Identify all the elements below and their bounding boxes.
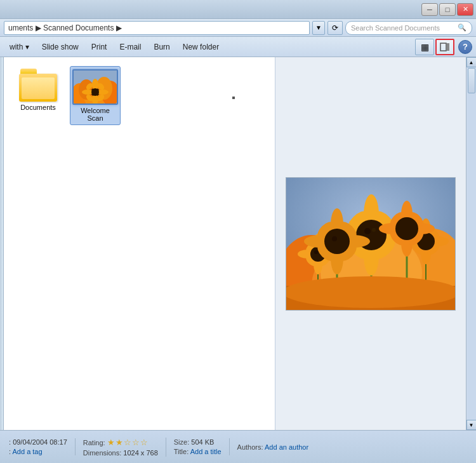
status-bar: : 09/04/2004 08:17 : Add a tag Rating: ★… <box>0 430 476 463</box>
svg-point-77 <box>395 217 418 240</box>
new-folder-button[interactable]: New folder <box>177 39 225 55</box>
list-item[interactable]: Documents <box>13 66 63 125</box>
preview-image <box>286 177 456 311</box>
list-item[interactable]: Welcome Scan <box>70 66 121 125</box>
file-grid: Documents <box>10 64 268 128</box>
authors-section: Authors: Add an author <box>230 443 317 451</box>
image-thumbnail <box>72 69 118 105</box>
tag-label: : Add a tag <box>9 448 67 455</box>
rating-label: Rating: ★★☆☆☆ <box>83 438 158 447</box>
organize-button[interactable]: with ▾ <box>4 39 35 55</box>
file-label: Welcome Scan <box>73 107 117 122</box>
minimize-button[interactable]: ─ <box>421 3 438 16</box>
view-options-button[interactable]: ▦ <box>415 39 434 55</box>
authors-label: Authors: Add an author <box>237 443 309 451</box>
burn-button[interactable]: Burn <box>148 39 175 55</box>
svg-point-67 <box>324 229 350 254</box>
preview-svg <box>286 178 456 311</box>
svg-point-38 <box>314 250 318 254</box>
slideshow-button[interactable]: Slide show <box>36 39 84 55</box>
preview-pane-icon <box>440 42 450 52</box>
size-label: Size: 504 KB <box>174 438 221 446</box>
folder-icon <box>19 69 57 102</box>
email-button[interactable]: E-mail <box>114 39 147 55</box>
scroll-track[interactable] <box>467 67 476 420</box>
scroll-thumb[interactable] <box>468 68 475 93</box>
toolbar: with ▾ Slide show Print E-mail Burn New … <box>0 37 476 57</box>
size-section: Size: 504 KB Title: Add a title <box>166 438 230 455</box>
file-panel: Documents <box>4 57 275 430</box>
address-dropdown[interactable]: ▼ <box>312 21 325 35</box>
window-controls: ─ □ ✕ <box>421 3 473 16</box>
svg-rect-1 <box>447 43 449 51</box>
thumbnail-image <box>74 70 117 104</box>
date-section: : 09/04/2004 08:17 : Add a tag <box>6 438 76 455</box>
preview-pane-button[interactable] <box>435 39 454 55</box>
date-label: : 09/04/2004 08:17 <box>9 438 67 446</box>
search-placeholder: Search Scanned Documents <box>351 24 455 32</box>
rating-section: Rating: ★★☆☆☆ Dimensions: 1024 x 768 <box>76 438 166 457</box>
path-text: uments ▶ Scanned Documents ▶ <box>8 23 122 32</box>
svg-point-68 <box>332 236 337 241</box>
scroll-up-button[interactable]: ▲ <box>466 57 477 67</box>
svg-point-17 <box>91 88 99 96</box>
print-button[interactable]: Print <box>86 39 113 55</box>
file-label: Documents <box>20 104 56 111</box>
address-bar: uments ▶ Scanned Documents ▶ ▼ ⟳ Search … <box>0 19 476 37</box>
title-label: Title: Add a title <box>174 448 221 455</box>
title-bar: ─ □ ✕ <box>0 0 476 19</box>
refresh-button[interactable]: ⟳ <box>327 21 343 35</box>
svg-point-79 <box>286 276 456 308</box>
help-button[interactable]: ? <box>458 40 472 54</box>
svg-point-58 <box>372 228 376 232</box>
address-path[interactable]: uments ▶ Scanned Documents ▶ <box>4 21 310 35</box>
maximize-button[interactable]: □ <box>439 3 456 16</box>
search-icon: 🔍 <box>458 23 466 32</box>
close-button[interactable]: ✕ <box>457 3 473 16</box>
preview-panel <box>275 57 466 430</box>
svg-rect-0 <box>440 43 446 51</box>
scrollbar[interactable]: ▲ ▼ <box>466 57 476 430</box>
svg-point-57 <box>364 228 371 234</box>
scroll-down-button[interactable]: ▼ <box>466 420 477 430</box>
main-content: Documents <box>0 57 476 430</box>
dot-indicator <box>232 97 235 99</box>
search-box[interactable]: Search Scanned Documents 🔍 <box>345 21 472 35</box>
dimensions-label: Dimensions: 1024 x 768 <box>83 449 158 457</box>
